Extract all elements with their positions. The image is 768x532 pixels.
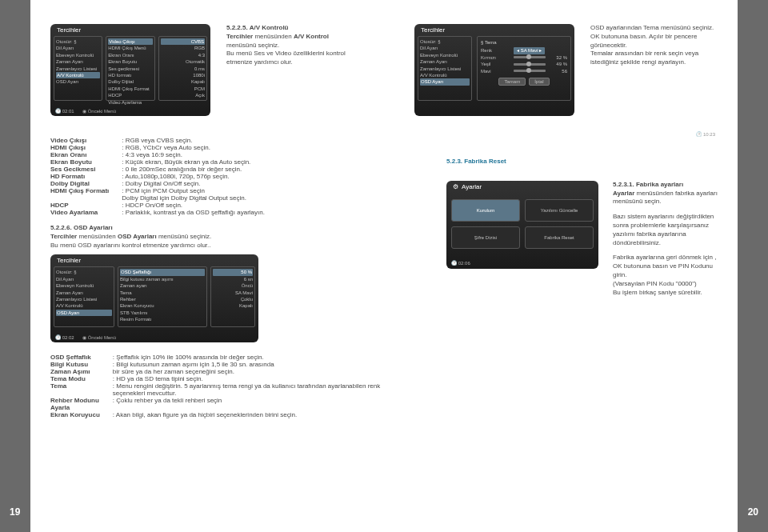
- spec-key: Video Çıkışı: [50, 137, 122, 144]
- caption-av-kontrol: 5.2.2.5. A/V Kontrolü Tercihler menüsünd…: [226, 24, 350, 116]
- theme-cancel-button: İptal: [529, 78, 549, 86]
- slider-track: [514, 63, 546, 66]
- osd-item: Dil Ayarı: [56, 276, 112, 282]
- osd-item: HDCP: [108, 92, 152, 98]
- osd-item: Resim Formatı: [120, 316, 205, 322]
- spec-value: bir süre ya da her zaman seçeneğini seçi…: [113, 368, 402, 375]
- spec-key: Ayarla: [50, 404, 113, 411]
- osd-theme-panel: § Tema Renk◂ SA Mavi ▸ Kırmızı32 %Yeşil4…: [477, 36, 571, 101]
- theme-renk-label: Renk: [481, 47, 510, 54]
- sec526-s2: menüsünü seçiniz.: [157, 233, 211, 240]
- osd-item: Ebeveyn Kontrolü: [420, 52, 470, 58]
- spec-key: Video Ayarlama: [50, 209, 122, 216]
- fabrika-b1: Ayarlar: [613, 190, 634, 197]
- osd-item: OSD Ayarı: [56, 310, 112, 316]
- section-num: 5.2.3.1.: [613, 181, 634, 188]
- osd-av-kontrol: Tercihler Otosüz: §Dil AyarıEbeveyn Kont…: [50, 24, 210, 116]
- settings-tile: Şifre Dizisi: [451, 226, 520, 249]
- spec-value: 0 ile 200mSec aralığında bir değer seçin…: [122, 166, 265, 173]
- osd-item: HD formatı: [108, 72, 152, 78]
- osd-footer-time: 🕐 02:02: [55, 334, 74, 340]
- heading-fabrika-reset: 5.2.3. Fabrika Reset: [446, 158, 718, 166]
- spec-value: Şeffaflık için 10% ile 100% arasında bir…: [113, 354, 402, 361]
- osd-item: Tema: [120, 290, 205, 296]
- osd-col-mid: Video ÇıkışıHDMI Çıkış MenüEkran OranıEk…: [106, 36, 154, 101]
- osd-item: Öncü: [213, 282, 253, 289]
- osd-item: Dil Ayarı: [420, 45, 470, 51]
- caption-l3: Temalar arasından bir renk seçin veya is…: [590, 50, 698, 66]
- page: 19 20 Tercihler Otosüz: §Dil AyarıEbevey…: [0, 0, 768, 532]
- osd-item: OSD Şeffaflığı: [120, 269, 205, 275]
- spec-value: HDCP On/Off seçin.: [122, 202, 265, 209]
- osd-ayarlar: ⚙Ayarlar KurulumYazılımı GüncelleŞifre D…: [446, 181, 598, 269]
- top-row: Tercihler Otosüz: §Dil AyarıEbeveyn Kont…: [50, 24, 718, 116]
- osd-item: Zaman Ayarı: [56, 58, 100, 65]
- osd-item: Ebeveyn Kontrolü: [56, 282, 112, 289]
- caption-bold-1: Tercihler: [226, 33, 253, 40]
- spec-key: Tema Modu: [50, 375, 113, 382]
- osd-osd-ayari: Tercihler Otosüz: §Dil AyarıEbeveyn Kont…: [50, 254, 258, 342]
- right-column: 🕐 10:23 5.2.3. Fabrika Reset ⚙Ayarlar Ku…: [446, 130, 718, 418]
- osd-item: A/V Kontrolü: [420, 72, 470, 78]
- osd-item: Kapalı: [161, 78, 205, 85]
- osd-item: OSD Ayarı: [56, 78, 100, 85]
- spec-value: RGB veya CVBS seçin.: [122, 137, 265, 144]
- osd-item: Zaman ayarı: [120, 282, 205, 289]
- spec-key: Bilgi Kutusu: [50, 361, 113, 368]
- osd-item: Açık: [161, 92, 205, 98]
- spec-value: PCM için PCM Output seçin Dolby Digital …: [122, 187, 265, 202]
- spacer: [366, 24, 398, 116]
- fabrika-caption: 5.2.3.1. Fabrika ayarları Ayarlar menüsü…: [613, 181, 718, 298]
- caption-span-1: menüsünden: [253, 33, 294, 40]
- sec526-l2: Bu menü OSD ayarlarını kontrol etmenize …: [50, 242, 211, 249]
- osd-item: HDMI Çıkış Format: [108, 86, 152, 92]
- osd-item: 0.ms: [161, 66, 205, 72]
- osd-col-right: 50 %6 snÖncüSA MaviÇokluKapalı: [210, 266, 255, 327]
- settings-tile: Fabrika Reset: [525, 226, 594, 249]
- caption-bold-2: A/V Kontrol: [294, 33, 329, 40]
- osd-item: 4:3: [161, 52, 205, 58]
- page-number-left: 19: [10, 506, 20, 518]
- osd-item: Ekran Oranı: [108, 52, 152, 58]
- osd-item: STB Yazılımı: [120, 310, 205, 316]
- osd-title: Ayarlar: [462, 183, 482, 192]
- osd-item: Video Çıkışı: [108, 38, 152, 45]
- sec526-b1: Tercihler: [50, 233, 77, 240]
- spec-value: Parlaklık, kontrast ya da OSD şeffaflığı…: [122, 209, 265, 216]
- spec-value: Akan bilgi, akan figure ya da hiçbiri se…: [113, 411, 402, 418]
- spec-value: Çoklu rehber ya da tekli rehberi seçin: [113, 397, 402, 404]
- caption-l1: OSD ayarlarından Tema menüsünü seçiniz.: [590, 24, 714, 31]
- spec-value: 4:3 veya 16:9 seçin.: [122, 151, 265, 158]
- osd-col-left: Otosüz: §Dil AyarıEbeveyn KontrolüZaman …: [54, 36, 102, 101]
- osd-item: Otosüz: §: [420, 38, 470, 45]
- osd-item: A/V Kontrolü: [56, 72, 100, 78]
- osd-item: Kapalı: [213, 302, 253, 309]
- spec-key: HDMI Çıkış Formatı: [50, 187, 122, 202]
- sec526-b2: OSD Ayarları: [118, 233, 157, 240]
- spec-key: Dolby Digital: [50, 180, 122, 187]
- settings-tile: Kurulum: [451, 199, 520, 222]
- spec-key: Rehber Modunu: [50, 397, 113, 404]
- slider-label: Kırmızı: [481, 54, 510, 61]
- spec-key: Tema: [50, 382, 113, 397]
- slider-label: Yeşil: [481, 61, 510, 67]
- osd-item: Çoklu: [213, 296, 253, 302]
- osd-footer-hint: ◉ Önceki Menü: [82, 108, 116, 114]
- settings-tile: Yazılımı Güncelle: [525, 199, 594, 222]
- osd-item: A/V Kontrolü: [56, 302, 112, 309]
- spec-value: RGB, YCbCr veya Auto seçin.: [122, 144, 265, 151]
- osd-item: Otosüz: §: [56, 269, 112, 275]
- spec-key: Ekran Koruyucu: [50, 411, 113, 418]
- binding-gutter-left: 19: [0, 0, 30, 532]
- theme-header: § Tema: [481, 39, 567, 46]
- osd-item: HDMI Çıkış Menü: [108, 45, 152, 51]
- slider-value: 56: [550, 68, 567, 74]
- osd-footer-time: 🕐 02:06: [451, 260, 470, 266]
- sec526-s1: menüsünden: [77, 233, 118, 240]
- osd-item: RGB: [161, 45, 205, 51]
- osd-footer-time: 🕐 02:01: [55, 108, 74, 114]
- osd-item: Bilgi kutusu zaman aşımı: [120, 276, 205, 282]
- theme-renk-value: ◂ SA Mavi ▸: [514, 47, 545, 54]
- osd-item: Zaman Ayarı: [420, 58, 470, 65]
- osd-item: Zamanlayıcı Listesi: [56, 296, 112, 302]
